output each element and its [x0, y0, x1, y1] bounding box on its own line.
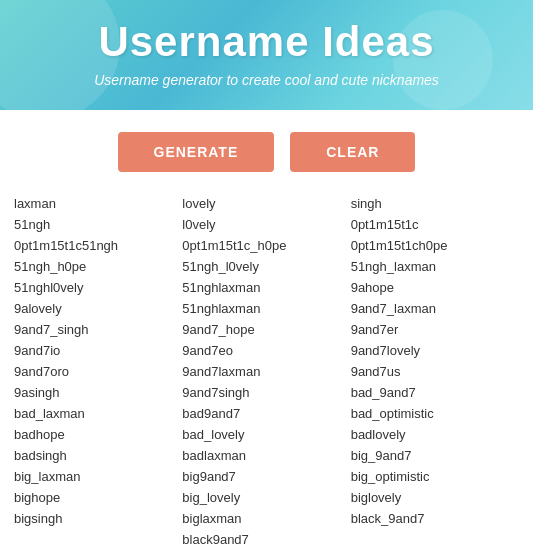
list-item[interactable]: bad_laxman: [14, 404, 182, 423]
list-item[interactable]: 9and7eo: [182, 341, 350, 360]
username-column-3: singh0pt1m15t1c0pt1m15t1ch0pe51ngh_laxma…: [351, 194, 519, 545]
list-item[interactable]: singh: [351, 194, 519, 213]
generate-button[interactable]: GENERATE: [118, 132, 275, 172]
list-item[interactable]: 9asingh: [14, 383, 182, 402]
list-item[interactable]: black9and7: [182, 530, 350, 545]
clear-button[interactable]: CLEAR: [290, 132, 415, 172]
list-item[interactable]: 9ahope: [351, 278, 519, 297]
list-item[interactable]: 51nghlaxman: [182, 299, 350, 318]
list-item[interactable]: big9and7: [182, 467, 350, 486]
list-item[interactable]: 9and7er: [351, 320, 519, 339]
list-item[interactable]: 0pt1m15t1ch0pe: [351, 236, 519, 255]
username-column-1: laxman51ngh0pt1m15t1c51ngh51ngh_h0pe51ng…: [14, 194, 182, 545]
list-item[interactable]: bad9and7: [182, 404, 350, 423]
list-item[interactable]: 51ngh_l0vely: [182, 257, 350, 276]
username-list-container: laxman51ngh0pt1m15t1c51ngh51ngh_h0pe51ng…: [0, 190, 533, 545]
list-item[interactable]: bad_9and7: [351, 383, 519, 402]
list-item[interactable]: badlaxman: [182, 446, 350, 465]
list-item[interactable]: 9and7_singh: [14, 320, 182, 339]
list-item[interactable]: 9alovely: [14, 299, 182, 318]
list-item[interactable]: badhope: [14, 425, 182, 444]
list-item[interactable]: laxman: [14, 194, 182, 213]
list-item[interactable]: l0vely: [182, 215, 350, 234]
list-item[interactable]: 51ngh: [14, 215, 182, 234]
list-item[interactable]: 9and7_hope: [182, 320, 350, 339]
header: Username Ideas Username generator to cre…: [0, 0, 533, 110]
list-item[interactable]: big_9and7: [351, 446, 519, 465]
list-item[interactable]: lovely: [182, 194, 350, 213]
list-item[interactable]: 0pt1m15t1c_h0pe: [182, 236, 350, 255]
list-item[interactable]: badsingh: [14, 446, 182, 465]
list-item[interactable]: 9and7lovely: [351, 341, 519, 360]
list-item[interactable]: biglovely: [351, 488, 519, 507]
list-item[interactable]: 51ngh_h0pe: [14, 257, 182, 276]
list-item[interactable]: 51ngh_laxman: [351, 257, 519, 276]
list-item[interactable]: bighope: [14, 488, 182, 507]
list-item[interactable]: biglaxman: [182, 509, 350, 528]
username-column-2: lovelyl0vely0pt1m15t1c_h0pe51ngh_l0vely5…: [182, 194, 350, 545]
list-item[interactable]: black_9and7: [351, 509, 519, 528]
page-title: Username Ideas: [20, 18, 513, 66]
list-item[interactable]: bigsingh: [14, 509, 182, 528]
list-item[interactable]: big_laxman: [14, 467, 182, 486]
list-item[interactable]: bad_lovely: [182, 425, 350, 444]
list-item[interactable]: 9and7oro: [14, 362, 182, 381]
list-item[interactable]: big_lovely: [182, 488, 350, 507]
header-subtitle: Username generator to create cool and cu…: [20, 72, 513, 88]
list-item[interactable]: bad_optimistic: [351, 404, 519, 423]
list-item[interactable]: 9and7laxman: [182, 362, 350, 381]
list-item[interactable]: 51nghl0vely: [14, 278, 182, 297]
list-item[interactable]: big_optimistic: [351, 467, 519, 486]
list-item[interactable]: badlovely: [351, 425, 519, 444]
list-item[interactable]: 9and7io: [14, 341, 182, 360]
list-item[interactable]: 9and7us: [351, 362, 519, 381]
list-item[interactable]: 0pt1m15t1c51ngh: [14, 236, 182, 255]
buttons-row: GENERATE CLEAR: [0, 110, 533, 190]
list-item[interactable]: 0pt1m15t1c: [351, 215, 519, 234]
list-item[interactable]: 51nghlaxman: [182, 278, 350, 297]
list-item[interactable]: 9and7_laxman: [351, 299, 519, 318]
list-item[interactable]: 9and7singh: [182, 383, 350, 402]
